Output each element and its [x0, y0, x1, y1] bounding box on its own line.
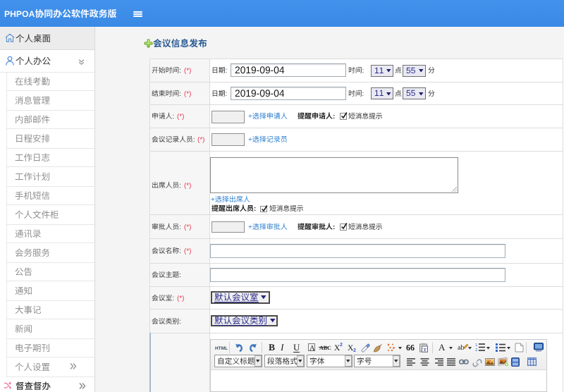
svg-text:1: 1: [475, 343, 477, 347]
svg-text:2: 2: [475, 348, 477, 352]
svg-text:T: T: [423, 347, 427, 353]
